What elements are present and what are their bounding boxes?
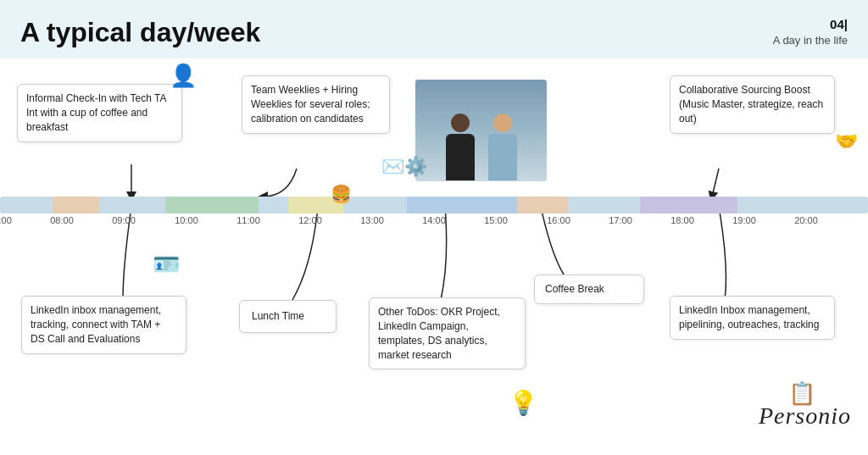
sourcing-text: Collaborative Sourcing Boost (Music Mast… bbox=[679, 84, 823, 125]
time-1000: 10:00 bbox=[175, 215, 198, 225]
envelope-gear-icon: ✉️⚙️ bbox=[381, 156, 427, 178]
coffee-break-tooltip: Coffee Break bbox=[534, 275, 644, 304]
page-number: 04| bbox=[773, 15, 848, 33]
page-subtitle: A day in the life bbox=[773, 33, 848, 48]
time-1900: 19:00 bbox=[732, 215, 756, 225]
header: A typical day/week 04| A day in the life bbox=[0, 0, 868, 58]
burger-icon: 🍔 bbox=[331, 184, 352, 204]
person-2 bbox=[486, 114, 520, 181]
time-2000: 20:00 bbox=[794, 215, 818, 225]
linkedin-morning-text: LinkedIn inbox management, tracking, con… bbox=[31, 304, 161, 345]
time-1800: 18:00 bbox=[670, 215, 694, 225]
time-1200: 12:00 bbox=[298, 215, 322, 225]
sourcing-tooltip: Collaborative Sourcing Boost (Music Mast… bbox=[670, 75, 835, 133]
time-0900: 09:00 bbox=[112, 215, 136, 225]
linkedin-morning-tooltip: LinkedIn inbox management, tracking, con… bbox=[21, 296, 186, 353]
lunch-tooltip: Lunch Time bbox=[239, 300, 337, 333]
person-check-icon: 👤 bbox=[170, 63, 197, 89]
time-0700: 07:00 bbox=[0, 215, 12, 225]
linkedin-evening-text: LinkedIn Inbox management, pipelining, o… bbox=[679, 304, 819, 330]
personio-logo: Personio bbox=[759, 402, 851, 430]
timeline: 07:00 08:00 09:00 10:00 11:00 12:00 13:0… bbox=[0, 190, 868, 220]
late-block bbox=[640, 197, 737, 214]
team-photo bbox=[415, 80, 547, 181]
handshake-icon: 🤝 bbox=[835, 130, 858, 153]
lightbulb-icon: 💡 bbox=[509, 389, 538, 417]
afternoon-block bbox=[407, 197, 517, 214]
weeklies-text: Team Weeklies + Hiring Weeklies for seve… bbox=[251, 84, 370, 125]
checkin-text: Informal Check-In with Tech TA Int with … bbox=[26, 92, 166, 133]
time-1700: 17:00 bbox=[609, 215, 632, 225]
coffee-break-text: Coffee Break bbox=[545, 283, 604, 295]
meeting-block bbox=[165, 197, 259, 214]
time-1400: 14:00 bbox=[422, 215, 446, 225]
person-1 bbox=[443, 114, 477, 181]
lunch-text: Lunch Time bbox=[252, 310, 304, 322]
time-1300: 13:00 bbox=[360, 215, 384, 225]
time-1600: 16:00 bbox=[547, 215, 570, 225]
time-1500: 15:00 bbox=[484, 215, 508, 225]
checkin-tooltip: Informal Check-In with Tech TA Int with … bbox=[17, 84, 182, 141]
weeklies-tooltip: Team Weeklies + Hiring Weeklies for seve… bbox=[242, 75, 390, 133]
linkedin-evening-tooltip: LinkedIn Inbox management, pipelining, o… bbox=[670, 296, 835, 340]
coffee-block bbox=[517, 197, 568, 214]
todos-tooltip: Other ToDos: OKR Project, LinkedIn Campa… bbox=[369, 297, 526, 369]
main-content: 07:00 08:00 09:00 10:00 11:00 12:00 13:0… bbox=[0, 58, 868, 440]
todos-text: Other ToDos: OKR Project, LinkedIn Campa… bbox=[378, 306, 500, 360]
page-title: A typical day/week bbox=[20, 17, 260, 48]
morning-block bbox=[53, 197, 99, 214]
page-meta: 04| A day in the life bbox=[773, 15, 848, 48]
time-0800: 08:00 bbox=[50, 215, 74, 225]
badge-icon: 🪪 bbox=[153, 252, 180, 278]
time-1100: 11:00 bbox=[236, 215, 260, 225]
